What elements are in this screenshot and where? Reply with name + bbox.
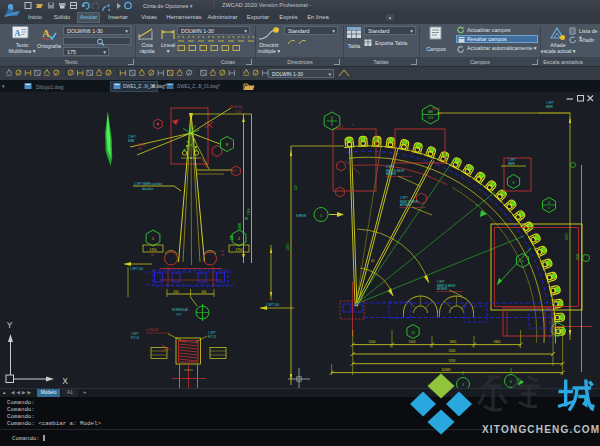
svg-text:YYY: YYY bbox=[176, 313, 182, 317]
svg-text:14: 14 bbox=[556, 329, 560, 333]
svg-text:MMR: MMR bbox=[546, 105, 553, 109]
svg-text:1 SFT: 1 SFT bbox=[128, 135, 136, 139]
svg-text:1 SFT MMR castelan: 1 SFT MMR castelan bbox=[134, 182, 162, 186]
svg-text:VIEW: VIEW bbox=[296, 213, 306, 218]
svg-text:1801: 1801 bbox=[449, 340, 456, 344]
svg-text:3141: 3141 bbox=[576, 253, 580, 260]
svg-text:ASSEM: ASSEM bbox=[437, 287, 447, 291]
svg-text:MMR: MMR bbox=[128, 139, 134, 143]
svg-text:1 SFT 100: 1 SFT 100 bbox=[266, 303, 279, 307]
svg-text:x: x bbox=[548, 206, 550, 210]
svg-text:5: 5 bbox=[320, 214, 322, 218]
svg-text:8: 8 bbox=[513, 181, 515, 185]
svg-text:3500: 3500 bbox=[238, 223, 242, 230]
svg-text:ASSEM: ASSEM bbox=[400, 203, 410, 207]
svg-text:Wx: Wx bbox=[138, 147, 142, 151]
svg-text:123: 123 bbox=[428, 116, 434, 120]
svg-text:1500: 1500 bbox=[368, 340, 375, 344]
svg-text:x: x bbox=[352, 124, 354, 127]
svg-text:1: 1 bbox=[152, 237, 154, 241]
svg-text:5191: 5191 bbox=[286, 243, 290, 250]
svg-text:W=50 kg: W=50 kg bbox=[230, 105, 242, 109]
svg-text:X: X bbox=[62, 376, 68, 386]
svg-text:Y: Y bbox=[7, 320, 13, 330]
svg-text:x 150x20: x 150x20 bbox=[146, 328, 159, 332]
svg-text:x4: x4 bbox=[221, 253, 224, 257]
svg-text:8: 8 bbox=[226, 143, 228, 147]
svg-text:FLT DI: FLT DI bbox=[208, 335, 217, 339]
svg-text:1750: 1750 bbox=[235, 248, 242, 252]
svg-text:5191: 5191 bbox=[565, 233, 569, 240]
svg-text:NORM BLA2: NORM BLA2 bbox=[172, 308, 189, 312]
svg-text:88: 88 bbox=[245, 216, 249, 220]
svg-text:1 SFT 100: 1 SFT 100 bbox=[130, 267, 143, 271]
svg-text:1801: 1801 bbox=[493, 340, 500, 344]
svg-text:x4: x4 bbox=[151, 253, 154, 257]
svg-text:W1=x: W1=x bbox=[138, 143, 146, 147]
svg-text:1200: 1200 bbox=[247, 208, 251, 215]
svg-text:450: 450 bbox=[201, 290, 206, 294]
svg-text:450: 450 bbox=[173, 290, 178, 294]
svg-text:MMR: MMR bbox=[508, 162, 515, 166]
svg-text:2: 2 bbox=[238, 237, 240, 241]
svg-text:xx: xx bbox=[221, 249, 224, 253]
svg-text:8-10: 8-10 bbox=[236, 110, 242, 114]
svg-text:3141: 3141 bbox=[448, 349, 455, 353]
svg-text:150: 150 bbox=[294, 185, 298, 190]
svg-text:1500: 1500 bbox=[408, 340, 415, 344]
svg-text:45: 45 bbox=[371, 259, 375, 263]
svg-text:XITONGCHENG.COM: XITONGCHENG.COM bbox=[482, 424, 600, 435]
svg-text:11: 11 bbox=[547, 201, 550, 205]
svg-text:F: F bbox=[521, 260, 523, 264]
svg-text:ASSEM: ASSEM bbox=[386, 172, 396, 176]
svg-text:FLT DI: FLT DI bbox=[131, 336, 140, 340]
svg-text:AB: AB bbox=[428, 110, 433, 114]
svg-text:13: 13 bbox=[411, 331, 415, 335]
svg-text:dastelan: dastelan bbox=[142, 187, 154, 191]
svg-text:125: 125 bbox=[230, 235, 234, 240]
